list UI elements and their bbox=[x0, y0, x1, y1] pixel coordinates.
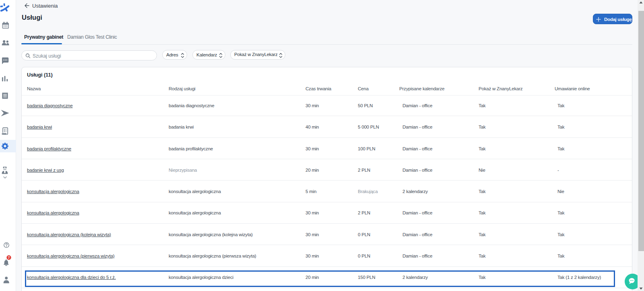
svg-text:7: 7 bbox=[8, 256, 10, 259]
